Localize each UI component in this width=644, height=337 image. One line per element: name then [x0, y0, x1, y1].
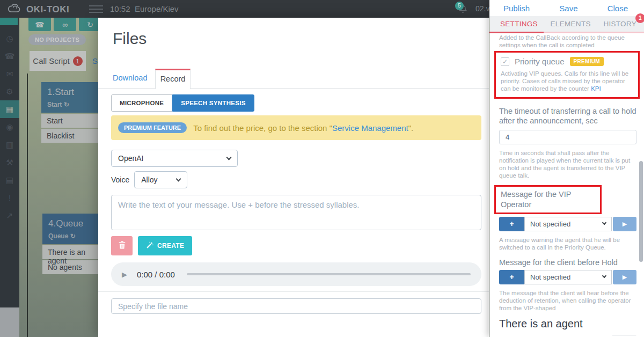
delete-button[interactable]: [111, 236, 133, 255]
notifications-count-badge: 5: [455, 2, 464, 10]
chevron-down-icon: [602, 221, 606, 225]
panel-action-bar: Publish Save Close: [489, 0, 644, 16]
microphone-button[interactable]: MICROPHONE: [111, 94, 172, 112]
chevron-down-icon: [226, 155, 232, 160]
kpi-link[interactable]: KPI: [591, 85, 601, 92]
brand-logo[interactable]: OKI-TOKI: [6, 3, 69, 16]
tts-engine-value: OpenAI: [118, 154, 227, 163]
tab-record[interactable]: Record: [155, 69, 191, 89]
notifications-button[interactable]: 5: [458, 4, 468, 16]
premium-banner-text: To find out the price, go to the section…: [193, 123, 413, 133]
top-header: OKI-TOKI 10:52 Europe/Kiev 5 02.v: [0, 0, 489, 18]
quit-badge: QUIT: [612, 335, 636, 335]
cloud-logo-icon: [6, 3, 23, 16]
service-management-link[interactable]: Service Management: [332, 123, 408, 133]
publish-button[interactable]: Publish: [503, 4, 530, 13]
premium-feature-badge: PREMIUM FEATURE: [118, 122, 187, 133]
voice-select[interactable]: Alloy: [134, 171, 187, 188]
chevron-down-icon: [176, 176, 181, 181]
vip-message-select[interactable]: Not specified: [524, 217, 612, 231]
vip-add-button[interactable]: +: [499, 217, 524, 231]
modal-title: Files: [113, 30, 147, 48]
tab-elements[interactable]: ELEMENTS: [551, 20, 591, 28]
vip-play-button[interactable]: ▶: [613, 217, 636, 231]
magic-wand-icon: [146, 241, 153, 251]
priority-queue-description: Activating VIP queues. Calls for this li…: [501, 70, 634, 92]
check-icon: ✓: [502, 58, 508, 65]
callback-note: Added to the CallBack according to the q…: [499, 34, 636, 49]
app-screen: OKI-TOKI 10:52 Europe/Kiev 5 02.v ◷ ☎ ✉ …: [0, 0, 644, 337]
timeout-input[interactable]: [499, 130, 636, 144]
tab-download[interactable]: Download: [113, 74, 148, 82]
premium-badge: PREMIUM: [570, 57, 604, 66]
timeout-description: Time in seconds that shall pass after th…: [499, 149, 636, 179]
voice-label: Voice: [111, 175, 129, 184]
voice-row: Voice Alloy: [111, 171, 187, 188]
create-button[interactable]: CREATE: [138, 236, 192, 255]
audio-player: ▶ 0:00 / 0:00: [111, 262, 481, 286]
voice-value: Alloy: [141, 175, 177, 184]
record-mode-switch: MICROPHONE SPEECH SYNTHESIS: [111, 94, 254, 112]
player-seek-bar[interactable]: [187, 273, 471, 275]
tab-settings[interactable]: SETTINGS: [500, 20, 538, 28]
tab-history[interactable]: HISTORY 1: [603, 20, 636, 28]
settings-panel: Publish Save Close SETTINGS ELEMENTS HIS…: [489, 0, 644, 337]
vip-message-label-highlight: Message for the VIP Operator: [494, 185, 602, 214]
trash-icon: [119, 241, 126, 251]
modal-action-buttons: CREATE: [111, 236, 192, 255]
vip-message-value: Not specified: [530, 220, 603, 228]
agent-section-heading: There is an agent: [499, 318, 636, 330]
timezone-value: Europe/Kiev: [135, 4, 179, 13]
client-play-button[interactable]: ▶: [613, 270, 636, 284]
chevron-down-icon: [602, 274, 606, 278]
brand-name: OKI-TOKI: [26, 4, 69, 15]
speech-synthesis-button[interactable]: SPEECH SYNTHESIS: [172, 94, 254, 112]
client-message-controls: + Not specified ▶: [499, 270, 636, 284]
clock: 10:52 Europe/Kiev: [110, 4, 179, 13]
quit-divider-row: QUIT: [499, 335, 636, 335]
priority-queue-label: Priority queue: [515, 57, 565, 66]
player-time: 0:00 / 0:00: [137, 270, 175, 279]
vip-message-controls: + Not specified ▶: [499, 217, 636, 231]
create-button-label: CREATE: [157, 242, 184, 250]
close-button[interactable]: Close: [608, 4, 628, 13]
priority-queue-checkbox[interactable]: ✓: [501, 57, 509, 66]
priority-queue-highlight-box: ✓ Priority queue PREMIUM Activating VIP …: [494, 51, 640, 99]
divider: [98, 291, 489, 292]
save-button[interactable]: Save: [559, 4, 577, 13]
panel-tab-bar: SETTINGS ELEMENTS HISTORY 1: [489, 16, 644, 33]
time-value: 10:52: [110, 4, 130, 13]
settings-scroll-area: Added to the CallBack according to the q…: [489, 33, 644, 335]
panel-scrollbar-thumb[interactable]: [639, 161, 643, 262]
modal-tab-bar: Download Record: [98, 69, 489, 89]
timeout-label: The timeout of transferring a call to ho…: [499, 106, 636, 126]
client-message-label: Message for the client before Hold: [499, 258, 636, 267]
client-message-select[interactable]: Not specified: [524, 270, 612, 284]
client-add-button[interactable]: +: [499, 270, 524, 284]
message-text-input[interactable]: [111, 195, 481, 230]
tts-engine-select[interactable]: OpenAI: [111, 150, 238, 167]
header-clipped-text: 02.v: [475, 4, 489, 13]
client-message-description: The message that the client will hear be…: [499, 289, 636, 312]
play-icon[interactable]: ▶: [122, 270, 127, 279]
files-modal: Files Download Record MICROPHONE SPEECH …: [98, 18, 489, 337]
client-message-value: Not specified: [530, 273, 603, 281]
vip-message-description: A message warning the agent that he will…: [499, 236, 636, 251]
premium-banner: PREMIUM FEATURE To find out the price, g…: [111, 115, 481, 140]
menu-toggle-icon[interactable]: [89, 5, 103, 15]
filename-input[interactable]: [111, 298, 481, 314]
history-count-badge: 1: [635, 13, 644, 23]
